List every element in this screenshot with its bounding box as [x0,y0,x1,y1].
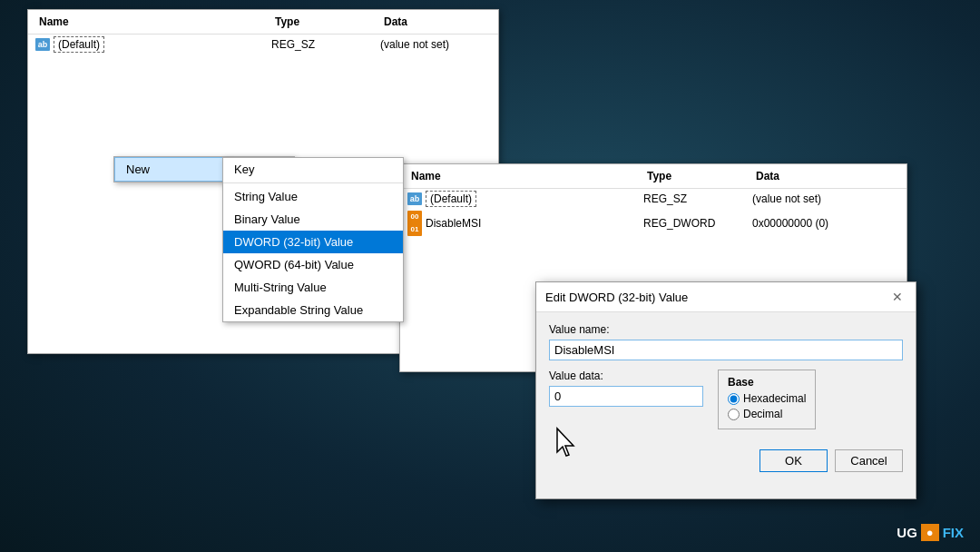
menu-item-key[interactable]: Key [223,158,403,181]
radio-hex-label: Hexadecimal [743,392,806,405]
menu-item-multistring[interactable]: Multi-String Value [223,276,403,299]
dialog-titlebar: Edit DWORD (32-bit) Value ✕ [536,282,916,312]
radio-hexadecimal[interactable] [728,393,740,405]
watermark: UG ● FIX [897,524,964,541]
col-header-data-front: Data [752,168,899,184]
cell-name: ab (Default) [35,36,271,53]
cell-type-default: REG_SZ [643,192,752,205]
cancel-button[interactable]: Cancel [835,449,903,472]
ab-icon: ab [35,38,50,51]
cell-type: REG_SZ [271,38,380,51]
menu-item-dword[interactable]: DWORD (32-bit) Value [223,231,403,253]
menu-divider [223,182,403,183]
dialog-title: Edit DWORD (32-bit) Value [545,291,688,304]
col-header-name: Name [35,14,271,30]
col-header-name-front: Name [407,168,643,184]
context-menu[interactable]: New ▶ Key String Value Binary Value DWOR… [113,156,295,182]
menu-item-binary[interactable]: Binary Value [223,208,403,231]
cell-data-default: (value not set) [752,192,899,205]
cell-data-disablemsi: 0x00000000 (0) [752,217,899,230]
ok-button[interactable]: OK [760,449,828,472]
cell-data: (value not set) [380,38,491,51]
dword-icon: 0001 [407,211,422,236]
radio-dec-label: Decimal [743,408,782,420]
watermark-ug: UG [897,525,917,540]
value-data-row: Value data: Base Hexadecimal Decimal [549,370,903,429]
menu-item-string[interactable]: String Value [223,185,403,208]
col-header-type: Type [271,14,380,30]
cell-name-disablemsi: 0001 DisableMSI [407,211,643,236]
base-label: Base [728,376,806,389]
menu-item-qword[interactable]: QWORD (64-bit) Value [223,253,403,276]
value-name: (Default) [54,36,104,53]
column-headers-front: Name Type Data [400,164,906,189]
menu-item-expandable[interactable]: Expandable String Value [223,299,403,321]
ab-icon-default: ab [407,192,422,205]
dialog-close-button[interactable]: ✕ [888,288,906,306]
edit-dword-dialog: Edit DWORD (32-bit) Value ✕ Value name: … [535,281,916,499]
table-row-default[interactable]: ab (Default) REG_SZ (value not set) [400,189,906,209]
dialog-footer: OK Cancel [536,449,916,481]
col-header-data: Data [380,14,491,30]
cell-type-disablemsi: REG_DWORD [643,217,752,230]
value-data-label: Value data: [549,370,703,382]
watermark-separator: ● [921,524,939,541]
value-name-label: Value name: [549,323,903,336]
table-row-disablemsi[interactable]: 0001 DisableMSI REG_DWORD 0x00000000 (0) [400,209,906,238]
value-name-input[interactable] [549,340,903,360]
value-name-disablemsi: DisableMSI [426,217,481,230]
col-header-type-front: Type [643,168,752,184]
new-label: New [126,163,150,176]
dialog-body: Value name: Value data: Base Hexadecimal… [536,312,916,449]
base-section: Base Hexadecimal Decimal [718,370,816,429]
column-headers-back: Name Type Data [28,10,498,34]
value-data-section: Value data: [549,370,703,429]
value-data-input[interactable] [549,386,703,407]
watermark-fix: FIX [943,525,964,540]
value-name-default: (Default) [426,191,476,207]
table-row[interactable]: ab (Default) REG_SZ (value not set) [28,34,498,54]
radio-decimal[interactable] [728,409,740,420]
submenu[interactable]: Key String Value Binary Value DWORD (32-… [222,157,404,322]
radio-dec-row: Decimal [728,408,806,420]
radio-hex-row: Hexadecimal [728,392,806,405]
cell-name-default: ab (Default) [407,191,643,207]
